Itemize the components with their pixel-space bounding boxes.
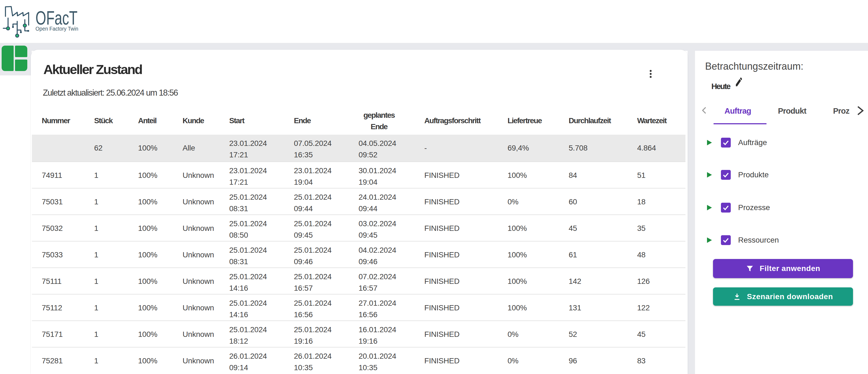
svg-text:Open Factory Twin: Open Factory Twin	[35, 25, 78, 32]
